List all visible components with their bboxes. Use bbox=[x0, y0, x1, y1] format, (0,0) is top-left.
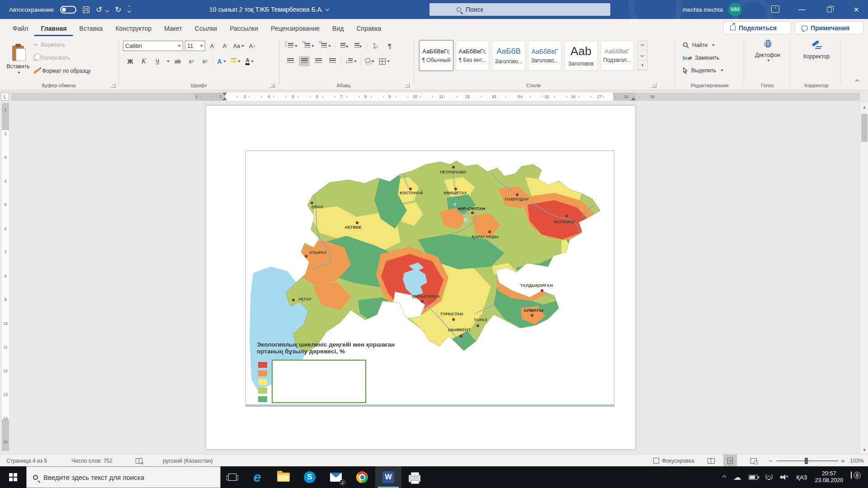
tab-home[interactable]: Главная bbox=[34, 21, 73, 36]
zoom-slider[interactable] bbox=[777, 455, 838, 467]
styles-scroll-up-icon[interactable] bbox=[638, 41, 647, 51]
copy-button[interactable]: Копировать bbox=[33, 53, 91, 63]
align-right-button[interactable] bbox=[313, 56, 324, 66]
start-button[interactable] bbox=[0, 466, 26, 488]
language-indicator[interactable]: русский (Казахстан) bbox=[163, 455, 213, 467]
taskbar-mail[interactable]: 2 bbox=[323, 466, 349, 488]
highlight-button[interactable] bbox=[230, 56, 241, 66]
italic-button[interactable]: К bbox=[138, 56, 149, 66]
account-area[interactable]: mechta mechta MM bbox=[683, 0, 742, 19]
task-view-button[interactable] bbox=[221, 466, 244, 488]
taskbar-printer[interactable] bbox=[401, 466, 428, 488]
tray-expand-icon[interactable] bbox=[722, 475, 726, 479]
battery-icon[interactable] bbox=[749, 475, 758, 480]
find-button[interactable]: Найти bbox=[683, 40, 723, 51]
subscript-button[interactable]: x2 bbox=[186, 56, 197, 66]
style-heading1[interactable]: АаБбВ Заголово... bbox=[492, 41, 525, 70]
tab-design[interactable]: Конструктор bbox=[109, 21, 158, 36]
undo-chevron-icon[interactable] bbox=[105, 9, 109, 12]
underline-button[interactable]: Ч bbox=[152, 56, 163, 66]
change-case-button[interactable]: Аа bbox=[232, 41, 245, 51]
paragraph-dialog-launcher[interactable] bbox=[405, 83, 410, 88]
wifi-icon[interactable] bbox=[765, 474, 773, 480]
align-left-button[interactable] bbox=[285, 56, 296, 66]
document-page[interactable]: ПЕТРОПАВЛ КОСТАНАЙ КӨКШЕТАУ ПАВЛОДАР НҰР… bbox=[206, 105, 636, 450]
bullets-button[interactable] bbox=[285, 41, 298, 51]
line-spacing-button[interactable]: ↕ bbox=[344, 56, 358, 66]
styles-dialog-launcher[interactable] bbox=[652, 83, 656, 88]
borders-button[interactable] bbox=[378, 56, 391, 66]
grow-font-button[interactable]: Аˆ bbox=[207, 41, 218, 51]
share-button[interactable]: Поделиться bbox=[723, 21, 791, 34]
shading-button[interactable] bbox=[364, 56, 375, 66]
first-line-indent-marker[interactable] bbox=[222, 93, 227, 96]
proofing-icon[interactable] bbox=[136, 455, 142, 467]
volume-muted-icon[interactable]: ✕ bbox=[780, 474, 788, 480]
font-color-button[interactable]: А bbox=[244, 56, 255, 66]
hanging-indent-marker[interactable] bbox=[222, 97, 227, 100]
format-painter-button[interactable]: Формат по образцу bbox=[33, 66, 91, 76]
underline-caret-icon[interactable] bbox=[167, 61, 170, 62]
paste-button[interactable]: Вставить bbox=[5, 39, 31, 80]
clear-formatting-button[interactable]: А◊ bbox=[247, 41, 258, 51]
styles-gallery-scroll[interactable]: ⇟ bbox=[637, 41, 647, 70]
right-indent-marker[interactable] bbox=[631, 97, 636, 100]
pilcrow-button[interactable]: ¶ bbox=[384, 41, 395, 51]
tab-file[interactable]: Файл bbox=[6, 21, 34, 36]
undo-icon[interactable]: ↺ bbox=[96, 6, 102, 14]
web-layout-button[interactable] bbox=[747, 455, 760, 467]
scroll-down-icon[interactable]: ▼ bbox=[860, 446, 868, 454]
select-button[interactable]: Выделить bbox=[683, 65, 723, 76]
taskbar-chrome[interactable] bbox=[349, 466, 375, 488]
sort-button[interactable]: АЯ↓ bbox=[370, 41, 381, 51]
notification-center-button[interactable]: 8 bbox=[851, 472, 863, 483]
taskbar-word[interactable]: W bbox=[375, 466, 401, 488]
taskbar-search[interactable]: Введите здесь текст для поиска bbox=[26, 466, 221, 488]
save-icon[interactable] bbox=[83, 6, 90, 13]
styles-scroll-down-icon[interactable] bbox=[638, 51, 647, 60]
taskbar-explorer[interactable] bbox=[270, 466, 297, 488]
shrink-font-button[interactable]: Аˇ bbox=[220, 41, 231, 51]
superscript-button[interactable]: x2 bbox=[199, 56, 210, 66]
zoom-out-button[interactable]: − bbox=[769, 455, 773, 467]
cut-button[interactable]: ✂Вырезать bbox=[33, 40, 91, 50]
vertical-ruler[interactable]: 123456789101112131415 bbox=[0, 103, 11, 454]
dictate-button[interactable]: Диктофон bbox=[750, 40, 786, 61]
strikethrough-button[interactable]: ab bbox=[172, 56, 183, 66]
text-effects-button[interactable]: А bbox=[216, 56, 227, 66]
collapse-ribbon-button[interactable] bbox=[856, 78, 859, 84]
vertical-scrollbar[interactable]: ▲ ▼ bbox=[860, 103, 868, 454]
style-no-spacing[interactable]: АаБбВвГг, ¶ Без инт... bbox=[456, 41, 489, 70]
style-heading2[interactable]: АаБбВвГ Заголово... bbox=[528, 41, 561, 70]
comments-button[interactable]: Примечания bbox=[795, 21, 863, 34]
language-switcher[interactable]: ҚАЗ bbox=[796, 474, 807, 481]
tab-references[interactable]: Ссылки bbox=[189, 21, 223, 36]
style-title[interactable]: Aab Заголовок bbox=[564, 41, 598, 70]
map-figure[interactable]: ПЕТРОПАВЛ КОСТАНАЙ КӨКШЕТАУ ПАВЛОДАР НҰР… bbox=[245, 150, 614, 407]
redo-icon[interactable]: ↻ bbox=[115, 6, 121, 14]
styles-gallery-more-icon[interactable]: ⇟ bbox=[638, 61, 647, 70]
close-button[interactable]: × bbox=[846, 0, 866, 19]
print-layout-button[interactable] bbox=[723, 455, 737, 467]
tab-help[interactable]: Справка bbox=[350, 21, 387, 36]
font-size-select[interactable]: 11 bbox=[185, 41, 205, 51]
ribbon-display-options-icon[interactable]: ⌃ bbox=[771, 5, 779, 13]
focus-mode-button[interactable]: Фокусировка bbox=[653, 455, 694, 467]
replace-button[interactable]: bc⇄ Заменить bbox=[683, 52, 723, 63]
minimize-button[interactable]: — bbox=[792, 0, 812, 19]
tab-mailings[interactable]: Рассылки bbox=[223, 21, 264, 36]
taskbar-edge[interactable]: e bbox=[244, 466, 270, 488]
autosave-toggle[interactable] bbox=[60, 6, 76, 14]
tab-layout[interactable]: Макет bbox=[158, 21, 189, 36]
tab-insert[interactable]: Вставка bbox=[73, 21, 109, 36]
clock[interactable]: 20:57 23.08.2020 bbox=[815, 470, 843, 484]
tab-review[interactable]: Рецензирование bbox=[264, 21, 326, 36]
bold-button[interactable]: Ж bbox=[125, 56, 136, 66]
numbering-button[interactable] bbox=[302, 41, 315, 51]
clipboard-dialog-launcher[interactable] bbox=[111, 83, 116, 88]
multilevel-list-button[interactable] bbox=[318, 41, 332, 51]
horizontal-ruler[interactable]: L 12345678910111213141516171819 bbox=[0, 90, 868, 103]
zoom-in-button[interactable]: + bbox=[841, 455, 845, 467]
align-center-button[interactable] bbox=[299, 56, 310, 66]
legend-text-box[interactable] bbox=[272, 360, 366, 403]
